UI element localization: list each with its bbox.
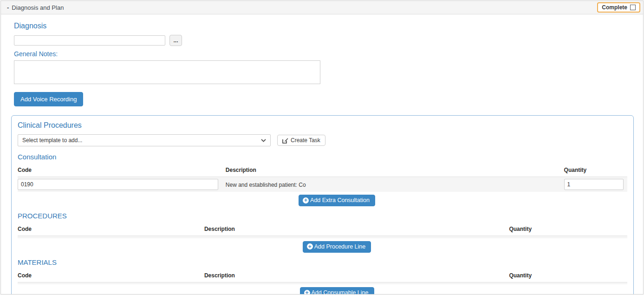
section-content: Diagnosis ... General Notes: Add Voice R…: [1, 14, 643, 295]
diagnosis-heading: Diagnosis: [14, 22, 634, 30]
add-consumable-line-button[interactable]: + Add Consumable Line: [300, 287, 374, 295]
materials-table: Code Description Quantity: [18, 271, 627, 285]
chevron-down-icon: [261, 139, 266, 142]
create-task-label: Create Task: [291, 137, 320, 144]
ellipsis-icon: ...: [173, 37, 178, 44]
consultation-col-code: Code: [18, 165, 222, 177]
consultation-heading: Consultation: [18, 153, 627, 161]
consultation-code-input[interactable]: [18, 179, 218, 190]
add-procedure-line-button[interactable]: + Add Procedure Line: [303, 241, 371, 253]
procedures-col-code: Code: [18, 224, 201, 236]
materials-col-description: Description: [201, 271, 506, 282]
section-header-bar: - Diagnosis and Plan Complete: [1, 1, 643, 14]
materials-heading: MATERIALS: [18, 258, 627, 266]
materials-col-code: Code: [18, 271, 201, 282]
procedures-table: Code Description Quantity: [18, 224, 627, 238]
collapse-minus-icon[interactable]: -: [7, 4, 9, 11]
template-row: Select template to add... Create Task: [18, 134, 627, 146]
add-procedure-line-label: Add Procedure Line: [314, 243, 366, 250]
plus-circle-icon: +: [307, 243, 313, 249]
complete-checkbox[interactable]: [630, 5, 636, 10]
consultation-header-row: Code Description Quantity: [18, 165, 627, 177]
procedures-col-description: Description: [201, 224, 506, 236]
materials-header-row: Code Description Quantity: [18, 271, 627, 282]
add-voice-recording-button[interactable]: Add Voice Recording: [14, 92, 83, 106]
consultation-col-quantity: Quantity: [560, 165, 627, 177]
diagnosis-and-plan-page: - Diagnosis and Plan Complete Diagnosis …: [0, 0, 644, 295]
materials-col-quantity: Quantity: [505, 271, 627, 282]
add-consumable-row: + Add Consumable Line: [32, 287, 642, 295]
section-title-wrap[interactable]: - Diagnosis and Plan: [7, 4, 64, 11]
add-procedure-row: + Add Procedure Line: [32, 241, 642, 253]
plus-circle-icon: +: [303, 197, 309, 203]
create-task-button[interactable]: Create Task: [277, 135, 325, 146]
add-extra-consultation-button[interactable]: + Add Extra Consultation: [299, 195, 375, 206]
consultation-quantity-input[interactable]: [564, 179, 624, 190]
consultation-col-description: Description: [222, 165, 560, 177]
template-select[interactable]: Select template to add...: [18, 134, 271, 146]
section-title: Diagnosis and Plan: [12, 4, 64, 11]
procedures-empty-row: [18, 236, 627, 238]
consultation-row: New and established patient: Co: [18, 177, 627, 192]
procedures-header-row: Code Description Quantity: [18, 224, 627, 236]
diagnosis-input[interactable]: [14, 35, 165, 46]
procedures-col-quantity: Quantity: [505, 224, 627, 236]
clinical-procedures-heading: Clinical Procedures: [18, 121, 627, 130]
consultation-description: New and established patient: Co: [226, 182, 306, 188]
general-notes-label: General Notes:: [14, 50, 634, 58]
materials-empty-row: [18, 282, 627, 284]
add-extra-consultation-label: Add Extra Consultation: [310, 197, 370, 203]
add-extra-consultation-row: + Add Extra Consultation: [32, 195, 642, 206]
complete-button[interactable]: Complete: [597, 2, 640, 13]
general-notes-textarea[interactable]: [14, 60, 320, 84]
add-consumable-line-label: Add Consumable Line: [312, 289, 369, 295]
complete-label: Complete: [602, 4, 627, 11]
diagnosis-lookup-button[interactable]: ...: [169, 35, 182, 46]
template-select-value: Select template to add...: [22, 137, 82, 144]
consultation-table: Code Description Quantity New and establ…: [18, 165, 627, 192]
plus-circle-icon: +: [304, 290, 310, 295]
procedures-heading: PROCEDURES: [18, 212, 627, 220]
edit-icon: [282, 138, 288, 144]
diagnosis-row: ...: [14, 35, 634, 46]
clinical-procedures-panel: Clinical Procedures Select template to a…: [11, 115, 634, 295]
